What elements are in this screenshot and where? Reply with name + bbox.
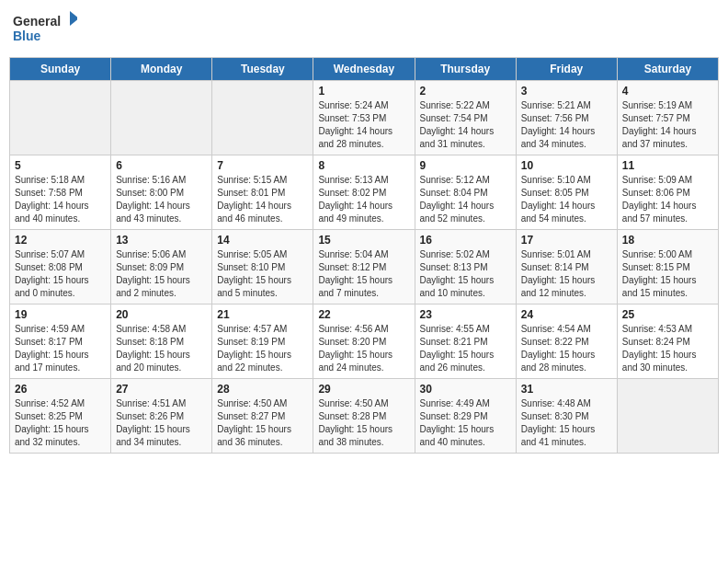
day-number: 9 (420, 159, 511, 172)
calendar-cell: 2Sunrise: 5:22 AM Sunset: 7:54 PM Daylig… (415, 81, 516, 155)
day-number: 30 (420, 383, 511, 396)
day-number: 11 (622, 159, 713, 172)
day-number: 18 (622, 234, 713, 247)
calendar-cell: 20Sunrise: 4:58 AM Sunset: 8:18 PM Dayli… (111, 304, 212, 379)
day-number: 4 (622, 85, 713, 98)
day-number: 21 (217, 308, 308, 321)
day-header-saturday: Saturday (617, 58, 718, 81)
svg-text:General: General (13, 14, 61, 29)
week-row-1: 1Sunrise: 5:24 AM Sunset: 7:53 PM Daylig… (10, 81, 719, 155)
day-info: Sunrise: 5:16 AM Sunset: 8:00 PM Dayligh… (116, 174, 207, 225)
day-info: Sunrise: 5:10 AM Sunset: 8:05 PM Dayligh… (521, 174, 612, 225)
calendar-cell: 28Sunrise: 4:50 AM Sunset: 8:27 PM Dayli… (212, 379, 313, 454)
day-number: 5 (15, 159, 106, 172)
day-info: Sunrise: 5:00 AM Sunset: 8:15 PM Dayligh… (622, 248, 713, 300)
day-info: Sunrise: 4:57 AM Sunset: 8:19 PM Dayligh… (217, 323, 308, 374)
day-header-thursday: Thursday (415, 58, 516, 81)
day-info: Sunrise: 5:15 AM Sunset: 8:01 PM Dayligh… (217, 174, 308, 225)
day-info: Sunrise: 5:18 AM Sunset: 7:58 PM Dayligh… (15, 174, 106, 225)
calendar-cell: 6Sunrise: 5:16 AM Sunset: 8:00 PM Daylig… (111, 155, 212, 230)
day-info: Sunrise: 5:22 AM Sunset: 7:54 PM Dayligh… (420, 99, 511, 151)
day-number: 14 (217, 234, 308, 247)
calendar-cell: 10Sunrise: 5:10 AM Sunset: 8:05 PM Dayli… (516, 155, 617, 230)
calendar-cell (617, 379, 718, 454)
calendar-cell (10, 81, 111, 155)
day-number: 12 (15, 234, 106, 247)
day-info: Sunrise: 4:50 AM Sunset: 8:27 PM Dayligh… (217, 397, 308, 449)
day-info: Sunrise: 4:55 AM Sunset: 8:21 PM Dayligh… (420, 323, 511, 374)
calendar-cell: 17Sunrise: 5:01 AM Sunset: 8:14 PM Dayli… (516, 230, 617, 304)
calendar-cell: 14Sunrise: 5:05 AM Sunset: 8:10 PM Dayli… (212, 230, 313, 304)
calendar-cell: 3Sunrise: 5:21 AM Sunset: 7:56 PM Daylig… (516, 81, 617, 155)
days-header-row: SundayMondayTuesdayWednesdayThursdayFrid… (10, 58, 719, 81)
day-info: Sunrise: 5:05 AM Sunset: 8:10 PM Dayligh… (217, 248, 308, 300)
day-number: 19 (15, 308, 106, 321)
day-number: 1 (318, 85, 409, 98)
logo: General Blue (13, 9, 77, 50)
day-number: 29 (318, 383, 409, 396)
calendar-cell: 4Sunrise: 5:19 AM Sunset: 7:57 PM Daylig… (617, 81, 718, 155)
calendar-cell: 25Sunrise: 4:53 AM Sunset: 8:24 PM Dayli… (617, 304, 718, 379)
day-header-tuesday: Tuesday (212, 58, 313, 81)
day-number: 2 (420, 85, 511, 98)
calendar-cell: 26Sunrise: 4:52 AM Sunset: 8:25 PM Dayli… (10, 379, 111, 454)
day-info: Sunrise: 4:48 AM Sunset: 8:30 PM Dayligh… (521, 397, 612, 449)
day-info: Sunrise: 5:01 AM Sunset: 8:14 PM Dayligh… (521, 248, 612, 300)
day-number: 28 (217, 383, 308, 396)
calendar-cell: 22Sunrise: 4:56 AM Sunset: 8:20 PM Dayli… (313, 304, 415, 379)
day-number: 31 (521, 383, 612, 396)
day-number: 23 (420, 308, 511, 321)
logo-icon: General Blue (13, 9, 77, 50)
day-info: Sunrise: 5:19 AM Sunset: 7:57 PM Dayligh… (622, 99, 713, 151)
day-info: Sunrise: 5:07 AM Sunset: 8:08 PM Dayligh… (15, 248, 106, 300)
day-number: 16 (420, 234, 511, 247)
calendar-cell: 21Sunrise: 4:57 AM Sunset: 8:19 PM Dayli… (212, 304, 313, 379)
svg-text:Blue: Blue (13, 29, 41, 43)
day-header-sunday: Sunday (10, 58, 111, 81)
day-info: Sunrise: 4:49 AM Sunset: 8:29 PM Dayligh… (420, 397, 511, 449)
page-header: General Blue (9, 9, 719, 50)
week-row-2: 5Sunrise: 5:18 AM Sunset: 7:58 PM Daylig… (10, 155, 719, 230)
calendar-cell: 31Sunrise: 4:48 AM Sunset: 8:30 PM Dayli… (516, 379, 617, 454)
calendar-cell: 8Sunrise: 5:13 AM Sunset: 8:02 PM Daylig… (313, 155, 415, 230)
day-number: 3 (521, 85, 612, 98)
day-header-monday: Monday (111, 58, 212, 81)
day-info: Sunrise: 4:56 AM Sunset: 8:20 PM Dayligh… (318, 323, 409, 374)
day-info: Sunrise: 5:09 AM Sunset: 8:06 PM Dayligh… (622, 174, 713, 225)
calendar-cell: 7Sunrise: 5:15 AM Sunset: 8:01 PM Daylig… (212, 155, 313, 230)
day-info: Sunrise: 4:53 AM Sunset: 8:24 PM Dayligh… (622, 323, 713, 374)
week-row-3: 12Sunrise: 5:07 AM Sunset: 8:08 PM Dayli… (10, 230, 719, 304)
day-number: 10 (521, 159, 612, 172)
day-info: Sunrise: 4:58 AM Sunset: 8:18 PM Dayligh… (116, 323, 207, 374)
calendar-cell: 16Sunrise: 5:02 AM Sunset: 8:13 PM Dayli… (415, 230, 516, 304)
day-number: 24 (521, 308, 612, 321)
calendar-cell: 11Sunrise: 5:09 AM Sunset: 8:06 PM Dayli… (617, 155, 718, 230)
day-number: 13 (116, 234, 207, 247)
calendar-cell: 19Sunrise: 4:59 AM Sunset: 8:17 PM Dayli… (10, 304, 111, 379)
day-info: Sunrise: 5:13 AM Sunset: 8:02 PM Dayligh… (318, 174, 409, 225)
day-info: Sunrise: 5:21 AM Sunset: 7:56 PM Dayligh… (521, 99, 612, 151)
calendar-cell: 27Sunrise: 4:51 AM Sunset: 8:26 PM Dayli… (111, 379, 212, 454)
day-header-wednesday: Wednesday (313, 58, 415, 81)
day-number: 27 (116, 383, 207, 396)
calendar-cell: 15Sunrise: 5:04 AM Sunset: 8:12 PM Dayli… (313, 230, 415, 304)
day-header-friday: Friday (516, 58, 617, 81)
calendar-cell: 18Sunrise: 5:00 AM Sunset: 8:15 PM Dayli… (617, 230, 718, 304)
day-number: 7 (217, 159, 308, 172)
day-number: 20 (116, 308, 207, 321)
day-number: 26 (15, 383, 106, 396)
calendar-cell (111, 81, 212, 155)
day-info: Sunrise: 4:50 AM Sunset: 8:28 PM Dayligh… (318, 397, 409, 449)
calendar-cell: 24Sunrise: 4:54 AM Sunset: 8:22 PM Dayli… (516, 304, 617, 379)
week-row-5: 26Sunrise: 4:52 AM Sunset: 8:25 PM Dayli… (10, 379, 719, 454)
day-info: Sunrise: 5:24 AM Sunset: 7:53 PM Dayligh… (318, 99, 409, 151)
calendar-cell: 9Sunrise: 5:12 AM Sunset: 8:04 PM Daylig… (415, 155, 516, 230)
calendar-cell: 12Sunrise: 5:07 AM Sunset: 8:08 PM Dayli… (10, 230, 111, 304)
calendar-cell: 30Sunrise: 4:49 AM Sunset: 8:29 PM Dayli… (415, 379, 516, 454)
day-info: Sunrise: 5:02 AM Sunset: 8:13 PM Dayligh… (420, 248, 511, 300)
day-info: Sunrise: 4:52 AM Sunset: 8:25 PM Dayligh… (15, 397, 106, 449)
calendar-cell: 1Sunrise: 5:24 AM Sunset: 7:53 PM Daylig… (313, 81, 415, 155)
calendar-cell (212, 81, 313, 155)
calendar-table: SundayMondayTuesdayWednesdayThursdayFrid… (9, 57, 719, 454)
day-info: Sunrise: 5:12 AM Sunset: 8:04 PM Dayligh… (420, 174, 511, 225)
